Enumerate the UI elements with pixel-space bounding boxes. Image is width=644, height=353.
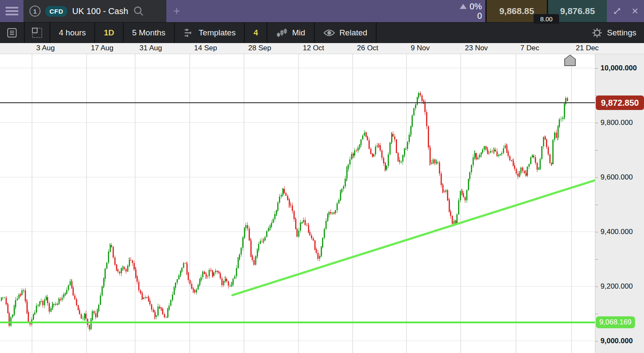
date-label: 3 Aug: [36, 44, 55, 52]
price-label: 9,600.000: [600, 173, 633, 182]
expand-icon: [612, 6, 622, 16]
date-label: 9 Nov: [411, 44, 429, 52]
range-selector[interactable]: 5 Months: [124, 23, 175, 43]
hamburger-icon: [6, 5, 18, 17]
axis-tick: [595, 232, 598, 232]
date-label: 12 Oct: [303, 44, 324, 52]
date-label: 28 Sep: [248, 44, 271, 52]
date-label: 17 Aug: [91, 44, 113, 52]
chart-style-button[interactable]: Mid: [267, 23, 315, 43]
axis-tick: [595, 286, 598, 287]
axis-minor-tick: [595, 95, 598, 96]
date-label: 7 Dec: [520, 44, 539, 52]
price-label: 9,200.000: [600, 282, 633, 291]
settings-button[interactable]: Settings: [583, 23, 644, 43]
candlestick-icon: [276, 27, 288, 38]
support-price-badge: 9,068.169: [596, 316, 635, 328]
axis-minor-tick: [595, 205, 598, 205]
axis-tick: [595, 341, 598, 341]
templates-count-button[interactable]: 4: [245, 23, 267, 43]
axis-tick: [595, 68, 598, 69]
chart-style-label: Mid: [292, 28, 305, 38]
price-axis[interactable]: 9,872.850 9,068.169 10,000.0009,800.0009…: [595, 54, 644, 353]
toolbar-spacer: [377, 23, 583, 43]
axis-minor-tick: [595, 259, 598, 260]
list-icon: [6, 27, 17, 38]
spread-value: 8.00: [534, 14, 559, 24]
axis-tick: [595, 123, 598, 123]
instrument-type-badge: CFD: [45, 6, 67, 17]
date-label: 23 Nov: [465, 44, 488, 52]
interval-selector[interactable]: 4 hours: [50, 23, 95, 43]
sliders-icon: [183, 27, 194, 38]
current-price-badge: 9,872.850: [596, 95, 644, 110]
menu-button[interactable]: [0, 0, 23, 22]
layout-grid-icon: [31, 27, 43, 39]
chart-region: 3 Aug17 Aug31 Aug14 Sep28 Sep12 Oct26 Oc…: [0, 43, 644, 353]
date-label: 26 Oct: [357, 44, 378, 52]
chart-toolbar: 4 hours 1D 5 Months Templates 4 Mid Rela…: [0, 22, 644, 43]
settings-label: Settings: [607, 28, 636, 38]
axis-tick: [595, 177, 598, 178]
layout-button[interactable]: [25, 23, 50, 43]
topbar-spacer: [187, 0, 460, 22]
axis-minor-tick: [595, 150, 598, 150]
instrument-tab[interactable]: 1 CFD UK 100 - Cash: [23, 0, 166, 22]
change-up-icon: [460, 4, 467, 9]
instrument-name: UK 100 - Cash: [72, 6, 128, 16]
price-label: 9,800.000: [600, 119, 633, 127]
axis-minor-tick: [595, 314, 598, 314]
search-icon[interactable]: [133, 6, 144, 17]
top-bar: 1 CFD UK 100 - Cash + 0% 0 9,868.85 9,87…: [0, 0, 644, 22]
price-chart-canvas[interactable]: [0, 54, 595, 353]
templates-button[interactable]: Templates: [175, 23, 245, 43]
change-points: 0: [477, 11, 482, 20]
watchlist-button[interactable]: [0, 23, 25, 43]
expand-button[interactable]: [608, 0, 626, 22]
date-label: 14 Sep: [194, 44, 217, 52]
related-button[interactable]: Related: [315, 23, 377, 43]
gear-icon: [592, 27, 603, 38]
price-label: 9,000.000: [600, 337, 633, 345]
day-interval-button[interactable]: 1D: [95, 23, 123, 43]
eye-icon: [323, 28, 335, 38]
date-label: 31 Aug: [139, 44, 162, 52]
tab-number-badge: 1: [29, 6, 41, 17]
price-label: 10,000.000: [600, 64, 637, 72]
date-axis[interactable]: 3 Aug17 Aug31 Aug14 Sep28 Sep12 Oct26 Oc…: [0, 43, 644, 54]
daily-change: 0% 0: [460, 0, 485, 22]
related-label: Related: [339, 28, 368, 38]
date-label: 21 Dec: [576, 44, 599, 52]
change-percent: 0%: [470, 2, 482, 11]
price-label: 9,400.000: [600, 228, 633, 236]
add-tab-button[interactable]: +: [166, 0, 187, 22]
close-button[interactable]: ✕: [626, 0, 644, 22]
templates-label: Templates: [199, 28, 236, 38]
